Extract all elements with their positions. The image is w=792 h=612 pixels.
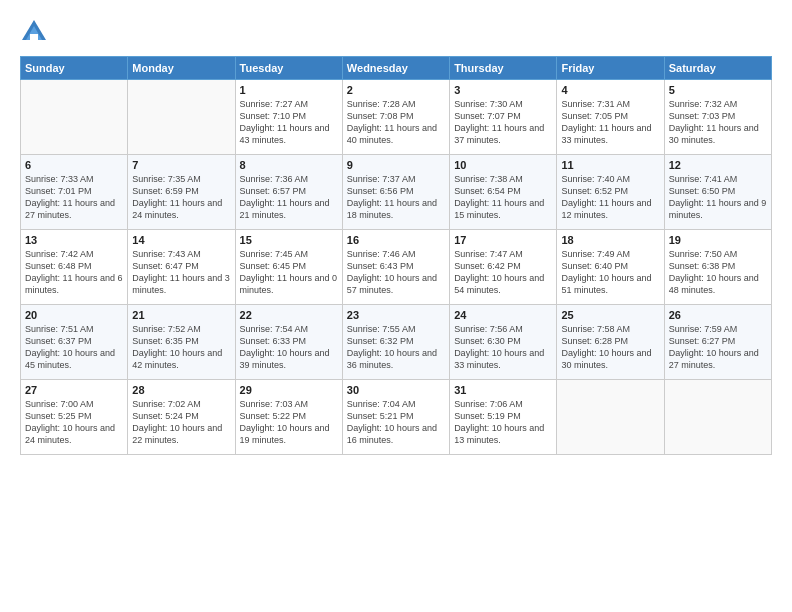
day-number: 9 <box>347 159 445 171</box>
calendar-cell: 26Sunrise: 7:59 AMSunset: 6:27 PMDayligh… <box>664 305 771 380</box>
cell-info: Sunrise: 7:36 AMSunset: 6:57 PMDaylight:… <box>240 173 338 222</box>
cell-info: Sunrise: 7:47 AMSunset: 6:42 PMDaylight:… <box>454 248 552 297</box>
header <box>20 16 772 46</box>
day-number: 12 <box>669 159 767 171</box>
day-number: 31 <box>454 384 552 396</box>
calendar-cell: 22Sunrise: 7:54 AMSunset: 6:33 PMDayligh… <box>235 305 342 380</box>
cell-info: Sunrise: 7:06 AMSunset: 5:19 PMDaylight:… <box>454 398 552 447</box>
cell-info: Sunrise: 7:00 AMSunset: 5:25 PMDaylight:… <box>25 398 123 447</box>
day-number: 10 <box>454 159 552 171</box>
day-number: 16 <box>347 234 445 246</box>
calendar-cell: 2Sunrise: 7:28 AMSunset: 7:08 PMDaylight… <box>342 80 449 155</box>
logo <box>20 16 52 46</box>
calendar-week-row: 13Sunrise: 7:42 AMSunset: 6:48 PMDayligh… <box>21 230 772 305</box>
day-number: 5 <box>669 84 767 96</box>
calendar-cell: 25Sunrise: 7:58 AMSunset: 6:28 PMDayligh… <box>557 305 664 380</box>
weekday-header: Monday <box>128 57 235 80</box>
calendar-cell: 6Sunrise: 7:33 AMSunset: 7:01 PMDaylight… <box>21 155 128 230</box>
calendar-cell <box>21 80 128 155</box>
day-number: 17 <box>454 234 552 246</box>
calendar-cell: 3Sunrise: 7:30 AMSunset: 7:07 PMDaylight… <box>450 80 557 155</box>
calendar-cell: 24Sunrise: 7:56 AMSunset: 6:30 PMDayligh… <box>450 305 557 380</box>
calendar-table: SundayMondayTuesdayWednesdayThursdayFrid… <box>20 56 772 455</box>
cell-info: Sunrise: 7:03 AMSunset: 5:22 PMDaylight:… <box>240 398 338 447</box>
day-number: 23 <box>347 309 445 321</box>
calendar-cell: 23Sunrise: 7:55 AMSunset: 6:32 PMDayligh… <box>342 305 449 380</box>
weekday-header: Wednesday <box>342 57 449 80</box>
day-number: 3 <box>454 84 552 96</box>
day-number: 15 <box>240 234 338 246</box>
cell-info: Sunrise: 7:56 AMSunset: 6:30 PMDaylight:… <box>454 323 552 372</box>
cell-info: Sunrise: 7:46 AMSunset: 6:43 PMDaylight:… <box>347 248 445 297</box>
calendar-cell <box>557 380 664 455</box>
calendar-cell <box>128 80 235 155</box>
header-row: SundayMondayTuesdayWednesdayThursdayFrid… <box>21 57 772 80</box>
calendar-cell: 14Sunrise: 7:43 AMSunset: 6:47 PMDayligh… <box>128 230 235 305</box>
calendar-cell: 9Sunrise: 7:37 AMSunset: 6:56 PMDaylight… <box>342 155 449 230</box>
cell-info: Sunrise: 7:42 AMSunset: 6:48 PMDaylight:… <box>25 248 123 297</box>
day-number: 7 <box>132 159 230 171</box>
day-number: 24 <box>454 309 552 321</box>
day-number: 14 <box>132 234 230 246</box>
calendar-week-row: 1Sunrise: 7:27 AMSunset: 7:10 PMDaylight… <box>21 80 772 155</box>
day-number: 13 <box>25 234 123 246</box>
calendar-cell <box>664 380 771 455</box>
cell-info: Sunrise: 7:49 AMSunset: 6:40 PMDaylight:… <box>561 248 659 297</box>
calendar-cell: 18Sunrise: 7:49 AMSunset: 6:40 PMDayligh… <box>557 230 664 305</box>
day-number: 20 <box>25 309 123 321</box>
calendar-cell: 17Sunrise: 7:47 AMSunset: 6:42 PMDayligh… <box>450 230 557 305</box>
calendar-cell: 1Sunrise: 7:27 AMSunset: 7:10 PMDaylight… <box>235 80 342 155</box>
cell-info: Sunrise: 7:50 AMSunset: 6:38 PMDaylight:… <box>669 248 767 297</box>
cell-info: Sunrise: 7:32 AMSunset: 7:03 PMDaylight:… <box>669 98 767 147</box>
day-number: 27 <box>25 384 123 396</box>
calendar-cell: 7Sunrise: 7:35 AMSunset: 6:59 PMDaylight… <box>128 155 235 230</box>
calendar-cell: 11Sunrise: 7:40 AMSunset: 6:52 PMDayligh… <box>557 155 664 230</box>
day-number: 26 <box>669 309 767 321</box>
calendar-cell: 4Sunrise: 7:31 AMSunset: 7:05 PMDaylight… <box>557 80 664 155</box>
cell-info: Sunrise: 7:38 AMSunset: 6:54 PMDaylight:… <box>454 173 552 222</box>
cell-info: Sunrise: 7:02 AMSunset: 5:24 PMDaylight:… <box>132 398 230 447</box>
cell-info: Sunrise: 7:51 AMSunset: 6:37 PMDaylight:… <box>25 323 123 372</box>
cell-info: Sunrise: 7:27 AMSunset: 7:10 PMDaylight:… <box>240 98 338 147</box>
day-number: 29 <box>240 384 338 396</box>
calendar-cell: 21Sunrise: 7:52 AMSunset: 6:35 PMDayligh… <box>128 305 235 380</box>
day-number: 22 <box>240 309 338 321</box>
day-number: 4 <box>561 84 659 96</box>
calendar-cell: 5Sunrise: 7:32 AMSunset: 7:03 PMDaylight… <box>664 80 771 155</box>
day-number: 6 <box>25 159 123 171</box>
weekday-header: Tuesday <box>235 57 342 80</box>
cell-info: Sunrise: 7:33 AMSunset: 7:01 PMDaylight:… <box>25 173 123 222</box>
day-number: 18 <box>561 234 659 246</box>
calendar-cell: 8Sunrise: 7:36 AMSunset: 6:57 PMDaylight… <box>235 155 342 230</box>
calendar-cell: 27Sunrise: 7:00 AMSunset: 5:25 PMDayligh… <box>21 380 128 455</box>
calendar-week-row: 6Sunrise: 7:33 AMSunset: 7:01 PMDaylight… <box>21 155 772 230</box>
logo-icon <box>20 18 48 46</box>
day-number: 30 <box>347 384 445 396</box>
calendar-cell: 16Sunrise: 7:46 AMSunset: 6:43 PMDayligh… <box>342 230 449 305</box>
calendar-cell: 20Sunrise: 7:51 AMSunset: 6:37 PMDayligh… <box>21 305 128 380</box>
calendar-cell: 31Sunrise: 7:06 AMSunset: 5:19 PMDayligh… <box>450 380 557 455</box>
calendar-cell: 28Sunrise: 7:02 AMSunset: 5:24 PMDayligh… <box>128 380 235 455</box>
weekday-header: Thursday <box>450 57 557 80</box>
day-number: 8 <box>240 159 338 171</box>
cell-info: Sunrise: 7:59 AMSunset: 6:27 PMDaylight:… <box>669 323 767 372</box>
calendar-cell: 30Sunrise: 7:04 AMSunset: 5:21 PMDayligh… <box>342 380 449 455</box>
cell-info: Sunrise: 7:41 AMSunset: 6:50 PMDaylight:… <box>669 173 767 222</box>
cell-info: Sunrise: 7:04 AMSunset: 5:21 PMDaylight:… <box>347 398 445 447</box>
day-number: 21 <box>132 309 230 321</box>
calendar-cell: 13Sunrise: 7:42 AMSunset: 6:48 PMDayligh… <box>21 230 128 305</box>
svg-rect-2 <box>30 34 38 40</box>
cell-info: Sunrise: 7:35 AMSunset: 6:59 PMDaylight:… <box>132 173 230 222</box>
cell-info: Sunrise: 7:28 AMSunset: 7:08 PMDaylight:… <box>347 98 445 147</box>
cell-info: Sunrise: 7:30 AMSunset: 7:07 PMDaylight:… <box>454 98 552 147</box>
cell-info: Sunrise: 7:37 AMSunset: 6:56 PMDaylight:… <box>347 173 445 222</box>
day-number: 19 <box>669 234 767 246</box>
day-number: 1 <box>240 84 338 96</box>
day-number: 2 <box>347 84 445 96</box>
cell-info: Sunrise: 7:52 AMSunset: 6:35 PMDaylight:… <box>132 323 230 372</box>
weekday-header: Friday <box>557 57 664 80</box>
page: SundayMondayTuesdayWednesdayThursdayFrid… <box>0 0 792 471</box>
cell-info: Sunrise: 7:43 AMSunset: 6:47 PMDaylight:… <box>132 248 230 297</box>
cell-info: Sunrise: 7:31 AMSunset: 7:05 PMDaylight:… <box>561 98 659 147</box>
calendar-cell: 19Sunrise: 7:50 AMSunset: 6:38 PMDayligh… <box>664 230 771 305</box>
